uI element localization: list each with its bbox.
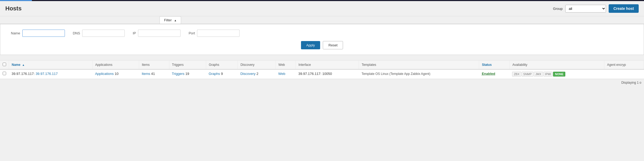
col-status: Status <box>479 61 509 70</box>
jmx-badge: JMX <box>534 72 543 77</box>
col-applications: Applications <box>92 61 139 70</box>
ip-input[interactable] <box>138 30 181 37</box>
table-row: 39.97.176.117: 39.97.176.117 Application… <box>0 69 644 79</box>
status-badge[interactable]: Enabled <box>482 72 495 76</box>
applications-count: 10 <box>115 72 118 76</box>
col-graphs: Graphs <box>206 61 238 70</box>
col-web: Web <box>276 61 296 70</box>
col-items: Items <box>139 61 169 70</box>
discovery-count: 2 <box>257 72 258 76</box>
filter-tab[interactable]: Filter ▲ <box>160 16 181 24</box>
name-label: Name <box>11 31 20 35</box>
items-link[interactable]: Items <box>142 72 150 76</box>
port-input[interactable] <box>197 30 240 37</box>
col-templates: Templates <box>359 61 479 70</box>
ip-field: IP <box>133 30 181 37</box>
zbx-badge: ZBX <box>512 72 521 77</box>
ip-label: IP <box>133 31 136 35</box>
filter-body: Name DNS IP Port Apply Reset <box>0 24 644 55</box>
name-field: Name <box>11 30 65 37</box>
row-web: Web <box>276 69 296 79</box>
status-sort-link[interactable]: Status <box>482 63 492 67</box>
web-link[interactable]: Web <box>278 72 286 76</box>
reset-button[interactable]: Reset <box>323 41 343 49</box>
port-label: Port <box>189 31 195 35</box>
group-select[interactable]: all Linux servers Windows servers Virtua… <box>565 5 606 13</box>
filter-row: Name DNS IP Port <box>11 30 633 37</box>
none-badge: NONE <box>553 72 565 77</box>
row-discovery: Discovery 2 <box>238 69 276 79</box>
availability-badges: ZBX SNMP JMX IPMI NONE <box>512 72 601 77</box>
port-field: Port <box>189 30 240 37</box>
row-agent-encrypt <box>604 69 644 79</box>
name-sort-link[interactable]: Name ▲ <box>12 63 25 67</box>
name-input[interactable] <box>22 30 65 37</box>
group-label: Group <box>553 7 563 11</box>
row-items: Items 41 <box>139 69 169 79</box>
apply-button[interactable]: Apply <box>301 41 320 49</box>
col-name[interactable]: Name ▲ <box>9 61 93 70</box>
row-templates: Template OS Linux (Template App Zabbix A… <box>359 69 479 79</box>
row-triggers: Triggers 19 <box>169 69 206 79</box>
triggers-link[interactable]: Triggers <box>172 72 184 76</box>
col-agent-encrypt: Agent encryp <box>604 61 644 70</box>
header-right: Group all Linux servers Windows servers … <box>553 4 639 13</box>
table-header-row: Name ▲ Applications Items Triggers Graph… <box>0 61 644 70</box>
filter-section: Filter ▲ Name DNS IP Port Apply Reset <box>0 16 644 58</box>
displaying-info: Displaying 1 o <box>0 79 644 86</box>
filter-buttons: Apply Reset <box>11 41 633 49</box>
graphs-count: 9 <box>221 72 223 76</box>
row-status[interactable]: Enabled <box>479 69 509 79</box>
hostname-link[interactable]: 39.97.176.117 <box>36 72 58 76</box>
hosts-table: Name ▲ Applications Items Triggers Graph… <box>0 60 644 79</box>
page-header: Hosts Group all Linux servers Windows se… <box>0 1 644 16</box>
triggers-count: 19 <box>185 72 189 76</box>
col-interface: Interface <box>296 61 359 70</box>
row-checkbox[interactable] <box>3 72 6 75</box>
select-all-checkbox-header[interactable] <box>0 61 9 70</box>
items-count: 41 <box>151 72 155 76</box>
col-triggers: Triggers <box>169 61 206 70</box>
dns-field: DNS <box>73 30 125 37</box>
create-host-button[interactable]: Create host <box>609 4 639 13</box>
dns-input[interactable] <box>82 30 125 37</box>
col-discovery: Discovery <box>238 61 276 70</box>
col-availability: Availability <box>509 61 604 70</box>
snmp-badge: SNMP <box>522 72 533 77</box>
graphs-link[interactable]: Graphs <box>209 72 220 76</box>
select-all-checkbox[interactable] <box>3 63 6 66</box>
ipmi-badge: IPMI <box>543 72 553 77</box>
row-checkbox-cell[interactable] <box>0 69 9 79</box>
filter-arrow-icon: ▲ <box>174 19 177 22</box>
discovery-link[interactable]: Discovery <box>240 72 256 76</box>
row-applications: Applications 10 <box>92 69 139 79</box>
sort-arrow-icon: ▲ <box>22 63 25 66</box>
row-hostname: 39.97.176.117: 39.97.176.117 <box>9 69 93 79</box>
row-interface: 39.97.176.117: 10050 <box>296 69 359 79</box>
row-availability: ZBX SNMP JMX IPMI NONE <box>509 69 604 79</box>
dns-label: DNS <box>73 31 80 35</box>
row-graphs: Graphs 9 <box>206 69 238 79</box>
table-section: Name ▲ Applications Items Triggers Graph… <box>0 58 644 86</box>
page-title: Hosts <box>5 5 22 12</box>
applications-link[interactable]: Applications <box>95 72 114 76</box>
